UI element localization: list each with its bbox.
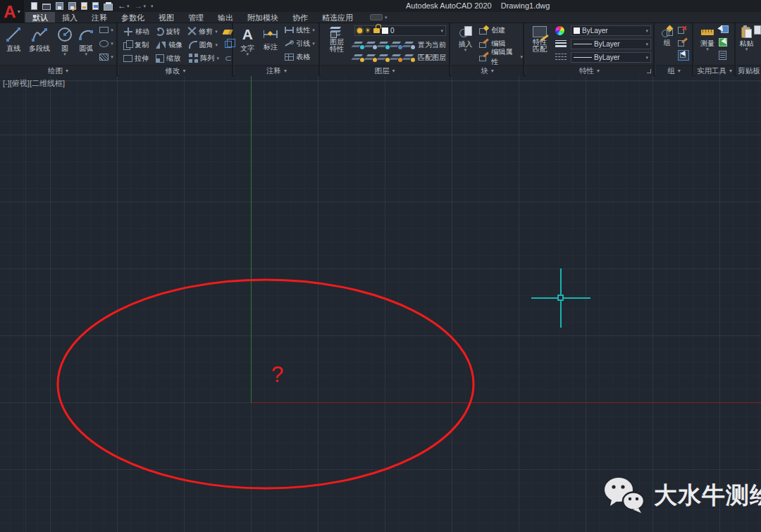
fillet-button[interactable]: 圆角▾ (189, 38, 223, 51)
quick-select-button[interactable] (719, 23, 729, 36)
caret-down-icon[interactable]: ▾ (63, 52, 66, 56)
panel-label-annotation[interactable]: 注释▾ (235, 65, 318, 76)
panel-label-draw[interactable]: 绘图▾ (0, 65, 116, 76)
ellipse-tool-button[interactable]: ▾ (99, 37, 116, 50)
rotate-button[interactable]: 旋转 (156, 25, 186, 38)
edit-attributes-button[interactable]: 编辑属性▾ (479, 50, 523, 63)
erase-button[interactable] (223, 27, 232, 36)
insert-block-button[interactable]: 插入 ▾ (454, 23, 476, 65)
panel-label-modify[interactable]: 修改▾ (119, 65, 232, 76)
tab-output[interactable]: 输出 (211, 12, 240, 23)
linetype-icon-button[interactable] (555, 54, 567, 60)
object-color-dropdown[interactable]: ByLayer ▾ (571, 25, 651, 36)
explode-button[interactable] (225, 41, 232, 49)
line-button[interactable]: 直线 (3, 23, 24, 65)
layer-isolate-icon[interactable] (367, 41, 376, 49)
leader-button[interactable]: 引线▾ (285, 37, 318, 50)
caret-down-icon[interactable]: ▾ (464, 48, 467, 52)
scale-button[interactable]: 缩放 (156, 51, 186, 65)
save-button[interactable] (56, 1, 63, 11)
tab-manage[interactable]: 管理 (181, 12, 211, 23)
trim-button[interactable]: 修剪▾ (187, 25, 221, 38)
turn-all-layers-on-icon[interactable] (354, 54, 364, 61)
tab-featured-apps[interactable]: 精选应用 (315, 12, 360, 23)
question-mark-text[interactable]: ? (271, 362, 283, 388)
panel-label-layers[interactable]: 图层▾ (321, 65, 449, 76)
tab-annotate[interactable]: 注释 (85, 12, 114, 23)
export-button[interactable] (92, 1, 99, 11)
panel-label-utilities[interactable]: 实用工具▾ (695, 65, 734, 76)
tab-addins[interactable]: 附加模块 (240, 12, 285, 23)
layer-lock-icon[interactable] (392, 41, 402, 49)
text-button[interactable]: A 文字 ▾ (237, 23, 258, 65)
panel-label-properties[interactable]: 特性▾ (526, 65, 653, 76)
linear-dimension-button[interactable]: 线性▾ (285, 23, 318, 37)
panel-label-group[interactable]: 组▾ (656, 65, 692, 76)
unisolate-icon[interactable] (380, 54, 389, 61)
caret-down-icon[interactable]: ▾ (745, 47, 748, 51)
qat-customize-button[interactable]: ▾ (151, 1, 154, 11)
thaw-all-layers-icon[interactable] (367, 54, 376, 61)
arc-button[interactable]: 圆弧 ▾ (75, 23, 97, 65)
open-button[interactable] (42, 1, 51, 11)
paste-button[interactable]: 粘贴 ▾ (739, 23, 754, 65)
list-button[interactable] (719, 49, 729, 61)
color-wheel-button[interactable] (555, 25, 564, 38)
tab-home[interactable]: 默认 (25, 12, 55, 23)
red-ellipse-object[interactable] (58, 280, 474, 488)
array-button[interactable]: 阵列▾ (189, 51, 223, 65)
set-current-button[interactable]: 置为当前 (418, 40, 446, 50)
polyline-button[interactable]: 多段线 (24, 23, 55, 65)
match-layer-icon[interactable] (405, 54, 414, 61)
tab-parametric[interactable]: 参数化 (114, 12, 151, 23)
caret-down-icon[interactable]: ▾ (706, 47, 709, 51)
new-button[interactable] (31, 1, 37, 11)
linetype-dropdown[interactable]: ByLayer ▾ (571, 52, 651, 63)
ribbon-display-toggle[interactable]: ▾ (370, 12, 388, 23)
ungroup-button[interactable] (678, 23, 689, 36)
group-selection-toggle[interactable] (678, 49, 689, 61)
layer-freeze-icon[interactable] (380, 41, 389, 49)
copy-clip-button[interactable] (754, 23, 761, 37)
hatch-button[interactable]: ▾ (99, 50, 116, 63)
undo-button[interactable]: ←▾ (118, 1, 130, 11)
panel-label-block[interactable]: 块▾ (452, 65, 523, 76)
lineweight-dropdown[interactable]: ByLayer ▾ (571, 39, 651, 49)
match-properties-button[interactable]: 特性 匹配 (527, 23, 552, 53)
redo-button[interactable]: →▾ (135, 1, 147, 11)
caret-down-icon[interactable]: ▾ (247, 52, 249, 56)
rectangle-button[interactable]: ▾ (99, 23, 116, 37)
measure-button[interactable]: 测量 ▾ (696, 23, 719, 65)
copy-button[interactable]: 复制 (123, 38, 154, 51)
caret-down-icon[interactable]: ▾ (144, 4, 147, 9)
caret-down-icon[interactable]: ▾ (127, 4, 130, 9)
move-button[interactable]: 移动 (123, 25, 154, 38)
layer-off-icon[interactable] (354, 41, 364, 49)
circle-button[interactable]: 圆 ▾ (55, 23, 75, 65)
model-space-canvas[interactable]: [-][俯视][二维线框] ? 大水牛测绘 (0, 76, 761, 532)
plot-button[interactable] (81, 1, 87, 11)
tab-insert[interactable]: 插入 (55, 12, 85, 23)
match-layer-button[interactable]: 匹配图层 (418, 53, 446, 63)
join-button[interactable]: ⊂ (225, 54, 232, 63)
create-block-button[interactable]: 创建 (479, 23, 523, 37)
tab-view[interactable]: 视图 (151, 12, 181, 23)
group-button[interactable]: 组 (658, 23, 676, 65)
tab-collaborate[interactable]: 协作 (285, 12, 315, 23)
lineweight-icon-button[interactable] (555, 40, 567, 47)
layer-properties-button[interactable]: 图层 特性 (322, 23, 352, 53)
dimension-button[interactable]: 标注 (258, 23, 283, 65)
caret-down-icon[interactable]: ▾ (85, 52, 88, 56)
make-current-icon[interactable] (405, 41, 414, 49)
table-button[interactable]: 表格 (285, 50, 318, 63)
stretch-button[interactable]: 拉伸 (123, 51, 154, 65)
layer-select-dropdown[interactable]: ☀ 0 ▾ (354, 25, 446, 36)
panel-dialog-launcher-icon[interactable] (647, 69, 651, 73)
mirror-button[interactable]: 镜像 (156, 38, 186, 51)
unlock-layer-icon[interactable] (392, 54, 402, 61)
quick-calc-button[interactable] (719, 36, 729, 49)
application-menu-button[interactable]: A ▾ (0, 0, 24, 23)
save-as-button[interactable] (68, 1, 76, 11)
print-button[interactable] (104, 1, 113, 11)
group-edit-button[interactable] (678, 36, 689, 49)
